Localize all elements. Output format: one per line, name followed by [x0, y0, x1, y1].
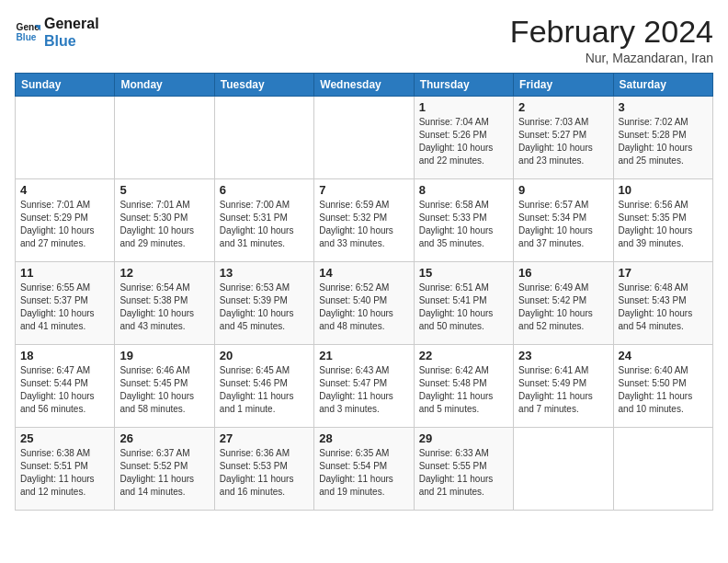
day-info-line: Daylight: 11 hours: [419, 390, 508, 403]
day-info-line: Daylight: 10 hours: [518, 224, 608, 237]
day-info-line: and 41 minutes.: [20, 320, 109, 333]
day-info-line: Sunrise: 6:55 AM: [20, 282, 109, 294]
day-info-line: and 12 minutes.: [20, 486, 109, 499]
day-info-line: and 16 minutes.: [220, 486, 309, 499]
calendar-week-5: 25Sunrise: 6:38 AMSunset: 5:51 PMDayligh…: [16, 428, 713, 511]
day-number: 27: [220, 431, 309, 445]
day-info-line: Sunset: 5:32 PM: [319, 212, 408, 224]
calendar-cell: 11Sunrise: 6:55 AMSunset: 5:37 PMDayligh…: [16, 262, 115, 345]
day-info-line: Sunset: 5:46 PM: [220, 377, 309, 390]
day-info-line: Daylight: 11 hours: [319, 473, 408, 486]
day-info-line: Daylight: 10 hours: [20, 390, 109, 403]
day-info-line: Daylight: 11 hours: [119, 473, 209, 486]
calendar-cell: 6Sunrise: 7:00 AMSunset: 5:31 PMDaylight…: [214, 179, 313, 262]
day-info-line: Sunrise: 6:49 AM: [518, 282, 608, 294]
day-info-line: Daylight: 10 hours: [319, 307, 408, 320]
day-info-line: and 1 minute.: [220, 403, 309, 416]
calendar-cell: 29Sunrise: 6:33 AMSunset: 5:55 PMDayligh…: [414, 428, 513, 511]
day-number: 2: [518, 100, 608, 114]
day-info-line: Sunrise: 6:53 AM: [220, 282, 309, 294]
day-info-line: Sunset: 5:26 PM: [419, 129, 508, 142]
col-header-thursday: Thursday: [414, 74, 513, 97]
day-info-line: Daylight: 11 hours: [220, 473, 309, 486]
calendar-cell: 9Sunrise: 6:57 AMSunset: 5:34 PMDaylight…: [514, 179, 613, 262]
day-number: 29: [419, 431, 508, 445]
day-info-line: and 25 minutes.: [619, 155, 708, 167]
calendar-week-2: 4Sunrise: 7:01 AMSunset: 5:29 PMDaylight…: [16, 179, 713, 262]
day-number: 9: [518, 183, 608, 197]
day-number: 5: [119, 183, 209, 197]
day-info-line: Sunset: 5:51 PM: [20, 460, 109, 473]
day-info-line: Sunset: 5:35 PM: [619, 212, 708, 224]
day-number: 19: [119, 349, 209, 362]
day-info-line: and 58 minutes.: [119, 403, 209, 416]
col-header-sunday: Sunday: [16, 74, 115, 97]
day-info-line: and 22 minutes.: [419, 155, 508, 167]
day-number: 17: [619, 266, 708, 280]
calendar-cell: 16Sunrise: 6:49 AMSunset: 5:42 PMDayligh…: [514, 262, 613, 345]
day-info-line: Sunset: 5:45 PM: [119, 377, 209, 390]
day-info-line: Sunset: 5:40 PM: [319, 294, 408, 307]
day-info-line: Sunset: 5:48 PM: [419, 377, 508, 390]
day-info-line: and 5 minutes.: [419, 403, 508, 416]
day-info-line: and 27 minutes.: [20, 237, 109, 250]
day-number: 3: [619, 100, 708, 114]
calendar-cell: 8Sunrise: 6:58 AMSunset: 5:33 PMDaylight…: [414, 179, 513, 262]
calendar-cell: [514, 428, 613, 511]
day-info-line: Sunset: 5:39 PM: [220, 294, 309, 307]
col-header-friday: Friday: [514, 74, 613, 97]
day-info-line: Daylight: 10 hours: [220, 224, 309, 237]
day-number: 28: [319, 431, 408, 445]
month-title: February 2024: [510, 15, 713, 49]
calendar-cell: 25Sunrise: 6:38 AMSunset: 5:51 PMDayligh…: [16, 428, 115, 511]
day-info-line: Daylight: 11 hours: [319, 390, 408, 403]
day-info-line: Sunset: 5:49 PM: [518, 377, 608, 390]
day-info-line: Daylight: 11 hours: [419, 473, 508, 486]
day-info-line: Daylight: 11 hours: [220, 390, 309, 403]
day-info-line: Sunset: 5:50 PM: [619, 377, 708, 390]
calendar-cell: 20Sunrise: 6:45 AMSunset: 5:46 PMDayligh…: [214, 345, 313, 428]
day-info-line: Sunrise: 7:01 AM: [20, 199, 109, 212]
day-info-line: and 29 minutes.: [119, 237, 209, 250]
day-number: 22: [419, 349, 508, 362]
day-info-line: Sunrise: 6:37 AM: [119, 447, 209, 460]
calendar-cell: [115, 97, 214, 179]
calendar-cell: 22Sunrise: 6:42 AMSunset: 5:48 PMDayligh…: [414, 345, 513, 428]
day-number: 25: [20, 431, 109, 445]
day-info-line: Daylight: 10 hours: [119, 224, 209, 237]
day-number: 6: [220, 183, 309, 197]
day-info-line: Sunrise: 7:03 AM: [518, 116, 608, 129]
day-number: 20: [220, 349, 309, 362]
day-info-line: Daylight: 10 hours: [619, 142, 708, 155]
day-info-line: and 14 minutes.: [119, 486, 209, 499]
day-info-line: Sunrise: 6:35 AM: [319, 447, 408, 460]
day-info-line: Sunset: 5:37 PM: [20, 294, 109, 307]
logo-icon: General Blue: [15, 19, 40, 45]
day-info-line: Daylight: 10 hours: [119, 307, 209, 320]
col-header-tuesday: Tuesday: [214, 74, 313, 97]
day-info-line: and 54 minutes.: [619, 320, 708, 333]
day-info-line: and 19 minutes.: [319, 486, 408, 499]
day-info-line: Sunrise: 7:04 AM: [419, 116, 508, 129]
day-info-line: and 48 minutes.: [319, 320, 408, 333]
day-info-line: Daylight: 11 hours: [20, 473, 109, 486]
day-info-line: and 3 minutes.: [319, 403, 408, 416]
day-info-line: Daylight: 11 hours: [619, 390, 708, 403]
calendar-cell: 5Sunrise: 7:01 AMSunset: 5:30 PMDaylight…: [115, 179, 214, 262]
day-info-line: Sunset: 5:55 PM: [419, 460, 508, 473]
calendar-cell: 21Sunrise: 6:43 AMSunset: 5:47 PMDayligh…: [314, 345, 414, 428]
day-info-line: Sunset: 5:52 PM: [119, 460, 209, 473]
day-info-line: Sunrise: 6:57 AM: [518, 199, 608, 212]
day-info-line: Daylight: 11 hours: [518, 390, 608, 403]
day-info-line: and 43 minutes.: [119, 320, 209, 333]
day-info-line: Daylight: 10 hours: [619, 224, 708, 237]
day-info-line: Sunset: 5:30 PM: [119, 212, 209, 224]
day-info-line: and 33 minutes.: [319, 237, 408, 250]
day-info-line: and 23 minutes.: [518, 155, 608, 167]
page-header: General Blue General Blue February 2024 …: [15, 15, 713, 65]
calendar-cell: 15Sunrise: 6:51 AMSunset: 5:41 PMDayligh…: [414, 262, 513, 345]
day-info-line: Daylight: 10 hours: [518, 307, 608, 320]
day-info-line: Sunrise: 6:36 AM: [220, 447, 309, 460]
day-info-line: Sunset: 5:34 PM: [518, 212, 608, 224]
calendar-cell: 12Sunrise: 6:54 AMSunset: 5:38 PMDayligh…: [115, 262, 214, 345]
